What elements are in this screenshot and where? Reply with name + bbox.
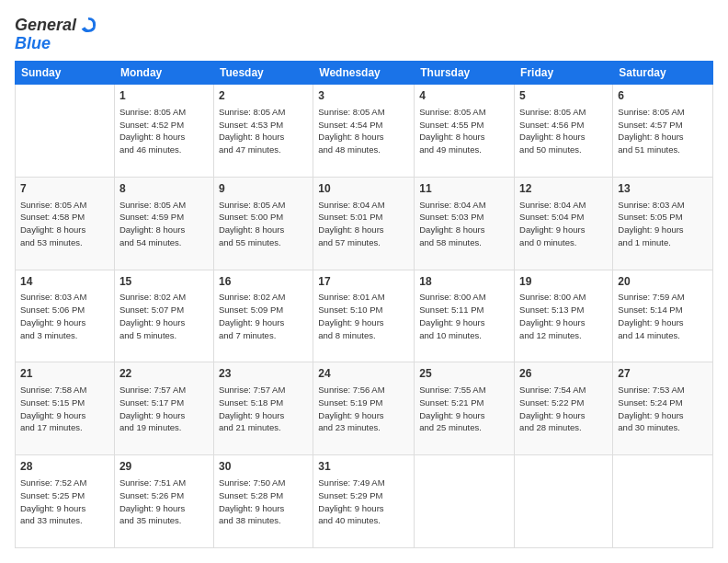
day-number: 25 [419,366,509,382]
logo-text: GeneralBlue [15,15,134,52]
calendar-cell [415,455,515,548]
calendar-cell: 2Sunrise: 8:05 AMSunset: 4:53 PMDaylight… [213,85,313,178]
calendar-week-1: 1Sunrise: 8:05 AMSunset: 4:52 PMDaylight… [16,85,713,178]
day-info: Sunrise: 7:54 AMSunset: 5:22 PMDaylight:… [519,384,608,434]
calendar-cell [515,455,613,548]
header: GeneralBlue [15,15,713,52]
day-number: 22 [119,366,209,382]
day-info: Sunrise: 8:03 AMSunset: 5:05 PMDaylight:… [618,199,708,249]
day-info: Sunrise: 8:05 AMSunset: 4:56 PMDaylight:… [519,106,608,156]
day-number: 29 [119,459,209,475]
day-info: Sunrise: 7:51 AMSunset: 5:26 PMDaylight:… [119,477,209,527]
calendar-week-5: 28Sunrise: 7:52 AMSunset: 5:25 PMDayligh… [16,455,713,548]
day-info: Sunrise: 8:03 AMSunset: 5:06 PMDaylight:… [20,291,109,341]
day-info: Sunrise: 8:02 AMSunset: 5:07 PMDaylight:… [119,291,209,341]
calendar-cell: 7Sunrise: 8:05 AMSunset: 4:58 PMDaylight… [16,177,115,270]
calendar-cell: 15Sunrise: 8:02 AMSunset: 5:07 PMDayligh… [114,270,213,362]
day-number: 11 [419,181,509,197]
day-info: Sunrise: 8:00 AMSunset: 5:11 PMDaylight:… [419,291,509,341]
day-number: 2 [219,88,308,104]
calendar-cell: 14Sunrise: 8:03 AMSunset: 5:06 PMDayligh… [16,270,115,362]
calendar-week-2: 7Sunrise: 8:05 AMSunset: 4:58 PMDaylight… [16,177,713,270]
day-info: Sunrise: 8:05 AMSunset: 4:52 PMDaylight:… [119,106,209,156]
calendar-cell [613,455,713,548]
calendar-cell: 17Sunrise: 8:01 AMSunset: 5:10 PMDayligh… [313,270,415,362]
calendar-cell: 10Sunrise: 8:04 AMSunset: 5:01 PMDayligh… [313,177,415,270]
calendar-cell: 31Sunrise: 7:49 AMSunset: 5:29 PMDayligh… [313,455,415,548]
day-number: 1 [119,88,209,104]
day-number: 21 [20,366,109,382]
day-number: 28 [20,459,109,475]
weekday-header-sunday: Sunday [16,62,115,85]
calendar-cell: 27Sunrise: 7:53 AMSunset: 5:24 PMDayligh… [613,362,713,455]
day-number: 9 [219,181,308,197]
day-number: 27 [618,366,708,382]
day-number: 10 [318,181,409,197]
day-info: Sunrise: 8:00 AMSunset: 5:13 PMDaylight:… [519,291,608,341]
day-info: Sunrise: 7:57 AMSunset: 5:18 PMDaylight:… [219,384,308,434]
day-info: Sunrise: 8:02 AMSunset: 5:09 PMDaylight:… [219,291,308,341]
day-info: Sunrise: 7:52 AMSunset: 5:25 PMDaylight:… [20,477,109,527]
day-info: Sunrise: 7:50 AMSunset: 5:28 PMDaylight:… [219,477,308,527]
calendar-cell: 29Sunrise: 7:51 AMSunset: 5:26 PMDayligh… [114,455,213,548]
day-info: Sunrise: 7:56 AMSunset: 5:19 PMDaylight:… [318,384,409,434]
day-info: Sunrise: 7:55 AMSunset: 5:21 PMDaylight:… [419,384,509,434]
calendar-cell: 13Sunrise: 8:03 AMSunset: 5:05 PMDayligh… [613,177,713,270]
page: GeneralBlue SundayMondayTuesdayWednesday… [0,0,728,563]
day-info: Sunrise: 8:04 AMSunset: 5:03 PMDaylight:… [419,199,509,249]
calendar-header-row: SundayMondayTuesdayWednesdayThursdayFrid… [16,62,713,85]
calendar-cell: 16Sunrise: 8:02 AMSunset: 5:09 PMDayligh… [213,270,313,362]
calendar-table: SundayMondayTuesdayWednesdayThursdayFrid… [15,61,713,548]
day-number: 20 [618,274,708,290]
day-info: Sunrise: 8:04 AMSunset: 5:04 PMDaylight:… [519,199,608,249]
weekday-header-wednesday: Wednesday [313,62,415,85]
day-number: 8 [119,181,209,197]
day-number: 5 [519,88,608,104]
calendar-body: 1Sunrise: 8:05 AMSunset: 4:52 PMDaylight… [16,85,713,548]
weekday-header-saturday: Saturday [613,62,713,85]
day-number: 12 [519,181,608,197]
day-number: 31 [318,459,409,475]
day-number: 7 [20,181,109,197]
weekday-header-thursday: Thursday [415,62,515,85]
day-info: Sunrise: 7:59 AMSunset: 5:14 PMDaylight:… [618,291,708,341]
calendar-cell: 21Sunrise: 7:58 AMSunset: 5:15 PMDayligh… [16,362,115,455]
day-info: Sunrise: 8:01 AMSunset: 5:10 PMDaylight:… [318,291,409,341]
day-number: 30 [219,459,308,475]
calendar-cell: 4Sunrise: 8:05 AMSunset: 4:55 PMDaylight… [415,85,515,178]
day-number: 24 [318,366,409,382]
day-info: Sunrise: 7:53 AMSunset: 5:24 PMDaylight:… [618,384,708,434]
calendar-cell: 24Sunrise: 7:56 AMSunset: 5:19 PMDayligh… [313,362,415,455]
calendar-week-4: 21Sunrise: 7:58 AMSunset: 5:15 PMDayligh… [16,362,713,455]
calendar-cell: 12Sunrise: 8:04 AMSunset: 5:04 PMDayligh… [515,177,613,270]
calendar-cell: 5Sunrise: 8:05 AMSunset: 4:56 PMDaylight… [515,85,613,178]
calendar-cell: 19Sunrise: 8:00 AMSunset: 5:13 PMDayligh… [515,270,613,362]
day-number: 13 [618,181,708,197]
logo: GeneralBlue [15,15,134,52]
day-info: Sunrise: 7:57 AMSunset: 5:17 PMDaylight:… [119,384,209,434]
day-number: 23 [219,366,308,382]
day-info: Sunrise: 8:04 AMSunset: 5:01 PMDaylight:… [318,199,409,249]
calendar-cell: 28Sunrise: 7:52 AMSunset: 5:25 PMDayligh… [16,455,115,548]
calendar-cell: 3Sunrise: 8:05 AMSunset: 4:54 PMDaylight… [313,85,415,178]
calendar-cell: 1Sunrise: 8:05 AMSunset: 4:52 PMDaylight… [114,85,213,178]
day-number: 6 [618,88,708,104]
calendar-cell: 6Sunrise: 8:05 AMSunset: 4:57 PMDaylight… [613,85,713,178]
calendar-cell: 22Sunrise: 7:57 AMSunset: 5:17 PMDayligh… [114,362,213,455]
day-info: Sunrise: 8:05 AMSunset: 4:54 PMDaylight:… [318,106,409,156]
day-info: Sunrise: 8:05 AMSunset: 4:58 PMDaylight:… [20,199,109,249]
calendar-cell: 9Sunrise: 8:05 AMSunset: 5:00 PMDaylight… [213,177,313,270]
day-number: 26 [519,366,608,382]
weekday-header-friday: Friday [515,62,613,85]
day-info: Sunrise: 8:05 AMSunset: 4:57 PMDaylight:… [618,106,708,156]
weekday-header-monday: Monday [114,62,213,85]
day-number: 4 [419,88,509,104]
calendar-cell: 18Sunrise: 8:00 AMSunset: 5:11 PMDayligh… [415,270,515,362]
day-number: 19 [519,274,608,290]
weekday-header-tuesday: Tuesday [213,62,313,85]
calendar-cell: 26Sunrise: 7:54 AMSunset: 5:22 PMDayligh… [515,362,613,455]
day-info: Sunrise: 8:05 AMSunset: 4:53 PMDaylight:… [219,106,308,156]
day-number: 17 [318,274,409,290]
day-info: Sunrise: 8:05 AMSunset: 5:00 PMDaylight:… [219,199,308,249]
calendar-week-3: 14Sunrise: 8:03 AMSunset: 5:06 PMDayligh… [16,270,713,362]
